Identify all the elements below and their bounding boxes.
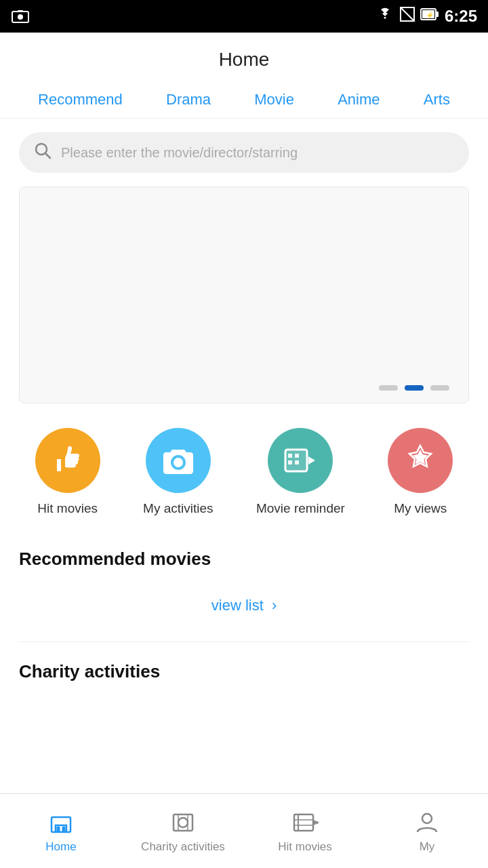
svg-rect-20	[57, 827, 60, 832]
svg-rect-15	[288, 454, 292, 458]
tab-drama[interactable]: Drama	[161, 87, 216, 113]
view-list-button[interactable]: view list ›	[19, 589, 469, 628]
movie-reminder-icon-bg	[268, 428, 333, 493]
wifi-icon	[375, 7, 394, 26]
time-display: 6:25	[445, 7, 477, 26]
my-nav-label: My	[420, 840, 435, 854]
recommended-movies-section: Recommended movies	[0, 530, 488, 589]
hit-movies-nav-icon	[291, 809, 319, 836]
search-bar[interactable]: Please enter the movie/director/starring	[19, 132, 469, 173]
svg-rect-6	[436, 12, 439, 17]
tab-arts[interactable]: Arts	[418, 87, 455, 113]
my-views-icon-bg	[388, 428, 453, 493]
nav-hit-movies[interactable]: Hit movies	[244, 809, 366, 854]
status-bar-right: ⚡ 6:25	[375, 7, 477, 26]
my-activities-label: My activities	[143, 501, 213, 516]
quick-access-section: Hit movies My activities	[0, 403, 488, 530]
search-icon	[34, 142, 52, 163]
movie-reminder-label: Movie reminder	[256, 501, 345, 516]
svg-point-11	[174, 458, 183, 467]
category-tabs: Recommend Drama Movie Anime Arts	[0, 81, 488, 119]
quick-item-my-activities[interactable]: My activities	[143, 428, 213, 516]
charity-activities-section: Charity activities	[0, 642, 488, 701]
dot-2	[405, 385, 424, 391]
svg-text:⚡: ⚡	[426, 11, 434, 20]
nav-home[interactable]: Home	[0, 809, 122, 854]
tab-movie[interactable]: Movie	[249, 87, 300, 113]
signal-icon	[400, 7, 415, 26]
quick-item-hit-movies[interactable]: Hit movies	[35, 428, 100, 516]
svg-rect-18	[295, 460, 299, 465]
svg-rect-2	[18, 10, 23, 12]
status-bar: ⚡ 6:25	[0, 0, 488, 33]
thumbsup-icon	[50, 443, 85, 478]
home-nav-label: Home	[45, 840, 76, 854]
recommended-movies-title: Recommended movies	[19, 549, 469, 570]
tab-anime[interactable]: Anime	[332, 87, 385, 113]
charity-nav-label: Charity activities	[141, 840, 225, 854]
svg-point-31	[422, 814, 432, 823]
svg-line-10	[45, 153, 50, 158]
carousel-dots	[379, 385, 449, 391]
hit-movies-icon-bg	[35, 428, 100, 493]
svg-rect-16	[295, 454, 299, 458]
my-activities-icon-bg	[146, 428, 211, 493]
svg-line-4	[401, 7, 414, 21]
quick-item-movie-reminder[interactable]: Movie reminder	[256, 428, 345, 516]
my-views-label: My views	[394, 501, 447, 516]
charity-activities-title: Charity activities	[19, 661, 469, 682]
nav-charity[interactable]: Charity activities	[122, 809, 244, 854]
dot-1	[379, 385, 398, 391]
hit-movies-nav-label: Hit movies	[278, 840, 331, 854]
home-nav-icon	[47, 809, 75, 836]
charity-nav-icon	[169, 809, 197, 836]
battery-icon: ⚡	[420, 7, 439, 26]
video-icon	[283, 443, 318, 478]
svg-point-23	[178, 818, 188, 827]
svg-point-1	[18, 14, 23, 20]
svg-rect-22	[174, 814, 192, 831]
svg-marker-14	[308, 456, 315, 465]
svg-rect-21	[62, 827, 65, 832]
page-title: Home	[0, 33, 488, 81]
view-list-arrow: ›	[272, 597, 277, 614]
search-container: Please enter the movie/director/starring	[0, 119, 488, 186]
svg-rect-26	[294, 814, 313, 831]
nav-my[interactable]: My	[366, 809, 488, 854]
badge-icon	[403, 443, 438, 478]
quick-item-my-views[interactable]: My views	[388, 428, 453, 516]
svg-rect-17	[288, 460, 292, 465]
status-bar-left	[11, 7, 30, 26]
camera-icon	[161, 443, 196, 478]
hit-movies-label: Hit movies	[37, 501, 98, 516]
tab-recommend[interactable]: Recommend	[33, 87, 128, 113]
my-nav-icon	[413, 809, 441, 836]
search-placeholder: Please enter the movie/director/starring	[61, 145, 298, 161]
svg-marker-27	[314, 821, 319, 824]
photo-icon	[11, 7, 30, 26]
bottom-nav: Home Charity activities Hit movies My	[0, 793, 488, 868]
banner-carousel[interactable]	[19, 186, 469, 403]
dot-3	[430, 385, 449, 391]
